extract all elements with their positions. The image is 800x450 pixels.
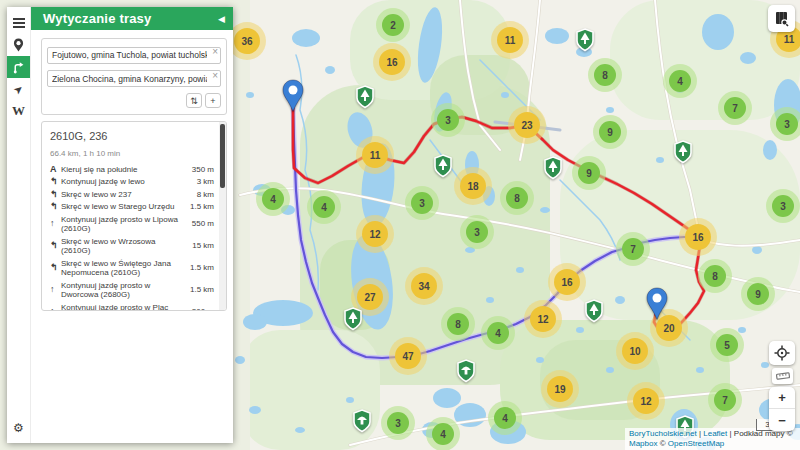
scrollbar-track[interactable] [219,122,226,310]
scrollbar-thumb[interactable] [220,124,225,188]
tree-poi-marker[interactable] [583,299,605,323]
marker-cluster[interactable]: 16 [548,263,586,301]
marker-cluster[interactable]: 9 [572,156,606,190]
marker-cluster[interactable]: 4 [426,417,460,450]
tree-poi-marker[interactable] [542,156,564,180]
route-pin[interactable] [281,79,305,113]
cluster-count: 4 [313,196,335,218]
marker-cluster[interactable]: 12 [627,382,665,420]
route-step-row[interactable]: ↑Kontynuuj jazdę prosto w Dworcowa (2680… [50,279,214,301]
end-input[interactable] [47,70,221,87]
route-pin[interactable] [645,287,669,321]
collapse-icon[interactable]: ◀ [218,14,225,24]
marker-cluster[interactable]: 3 [766,189,800,223]
hamburger-icon [13,16,25,30]
marker-cluster[interactable]: 9 [593,115,627,149]
start-input[interactable] [47,47,221,64]
zoom-out-button[interactable]: − [769,409,795,431]
navigation-tab[interactable]: ➤ [7,78,30,100]
marker-cluster[interactable]: 4 [256,182,290,216]
marker-cluster[interactable]: 2 [376,8,410,42]
marker-cluster[interactable]: 3 [381,406,415,440]
attribution-leaflet-link[interactable]: Leaflet [703,429,727,438]
marker-cluster[interactable]: 16 [679,218,717,256]
sidebar-tabstrip: ➤ W ⚙ [7,7,30,443]
marker-cluster[interactable]: 7 [718,91,752,125]
step-text: Kieruj się na południe [61,165,188,175]
route-steps: AKieruj się na południe350 m↰Kontynuuj j… [50,163,214,311]
tree-poi-marker[interactable] [342,307,364,331]
marker-cluster[interactable]: 7 [708,383,742,417]
reverse-waypoints-button[interactable]: ⇅ [186,93,202,108]
marker-cluster[interactable]: 23 [508,106,546,144]
marker-cluster[interactable]: 10 [616,332,654,370]
map-book-icon [774,11,790,27]
marker-cluster[interactable]: 4 [307,190,341,224]
menu-tab[interactable] [7,12,30,34]
marker-cluster[interactable]: 3 [460,215,494,249]
marker-cluster[interactable]: 11 [356,136,394,174]
mushroom-poi-marker[interactable] [351,409,373,433]
cluster-count: 10 [622,338,648,364]
marker-cluster[interactable]: 8 [698,259,732,293]
route-step-row[interactable]: ↰Skręć w lewo w Świętego Jana Nepomucena… [50,257,214,279]
marker-cluster[interactable]: 11 [491,21,529,59]
wikipedia-tab[interactable]: W [7,100,30,122]
attribution-site-link[interactable]: BoryTucholskie.net [629,429,697,438]
tree-poi-marker[interactable] [574,28,596,52]
marker-cluster[interactable]: 9 [741,277,775,311]
clear-end-icon[interactable]: × [212,70,218,82]
route-step-row[interactable]: ↰Skręć w lewo w Starego Urzędu1.5 km [50,201,214,214]
tree-poi-marker[interactable] [672,140,694,164]
marker-cluster[interactable]: 16 [373,43,411,81]
attribution-mapbox-link[interactable]: Mapbox [629,439,657,448]
route-step-row[interactable]: ↰Skręć w lewo w Wrzosowa (2610G)15 km [50,235,214,257]
marker-cluster[interactable]: 3 [431,103,465,137]
wikipedia-icon: W [12,103,25,119]
route-step-row[interactable]: ↑Kontynuuj jazdę prosto w Lipowa (2610G)… [50,213,214,235]
route-step-row[interactable]: ↰Kontynuuj jazdę w lewo3 km [50,176,214,189]
marker-cluster[interactable]: 12 [524,300,562,338]
clear-start-icon[interactable]: × [212,46,218,58]
marker-cluster[interactable]: 8 [500,181,534,215]
route-step-row[interactable]: ↰Skręć w lewo w 2378 km [50,188,214,201]
attribution-osm-link[interactable]: OpenStreetMap [668,439,724,448]
end-field-wrap: × [47,68,221,88]
marker-cluster[interactable]: 19 [541,370,579,408]
marker-cluster[interactable]: 7 [616,232,650,266]
marker-cluster[interactable]: 34 [405,267,443,305]
marker-cluster[interactable]: 18 [454,167,492,205]
mushroom-poi-marker[interactable] [455,359,477,383]
route-step-row[interactable]: AKieruj się na południe350 m [50,163,214,176]
tree-poi-marker[interactable] [432,154,454,178]
marker-cluster[interactable]: 3 [770,107,800,141]
cluster-count: 8 [506,187,528,209]
step-distance: 1.5 km [188,202,214,212]
marker-cluster[interactable]: 47 [389,337,427,375]
tree-poi-marker[interactable] [354,85,376,109]
step-text: Kontynuuj jazdę w lewo [61,177,188,187]
add-waypoint-button[interactable]: + [205,93,221,108]
map-legend-button[interactable] [768,5,795,32]
cluster-count: 7 [714,389,736,411]
marker-cluster[interactable]: 4 [481,316,515,350]
maneuver-icon: ↰ [50,190,61,200]
marker-cluster[interactable]: 8 [441,307,475,341]
marker-cluster[interactable]: 36 [228,22,266,60]
places-tab[interactable] [7,34,30,56]
panel-header: Wytyczanie trasy ◀ [31,7,233,30]
settings-tab[interactable]: ⚙ [7,417,30,439]
map-canvas[interactable]: 3616111123111812342747161612201019122847… [0,0,800,450]
marker-cluster[interactable]: 5 [710,328,744,362]
marker-cluster[interactable]: 4 [488,401,522,435]
zoom-in-button[interactable]: + [769,387,795,409]
marker-cluster[interactable]: 3 [405,186,439,220]
routing-tab[interactable] [7,56,30,78]
route-step-row[interactable]: ↑Kontynuuj jazdę prosto w Plac Jana Pawł… [50,301,214,311]
locate-button[interactable] [769,341,795,365]
marker-cluster[interactable]: 12 [356,215,394,253]
marker-cluster[interactable]: 4 [663,64,697,98]
marker-cluster[interactable]: 8 [588,58,622,92]
measure-button[interactable] [772,368,793,384]
route-name[interactable]: 2610G, 236 [50,130,214,142]
